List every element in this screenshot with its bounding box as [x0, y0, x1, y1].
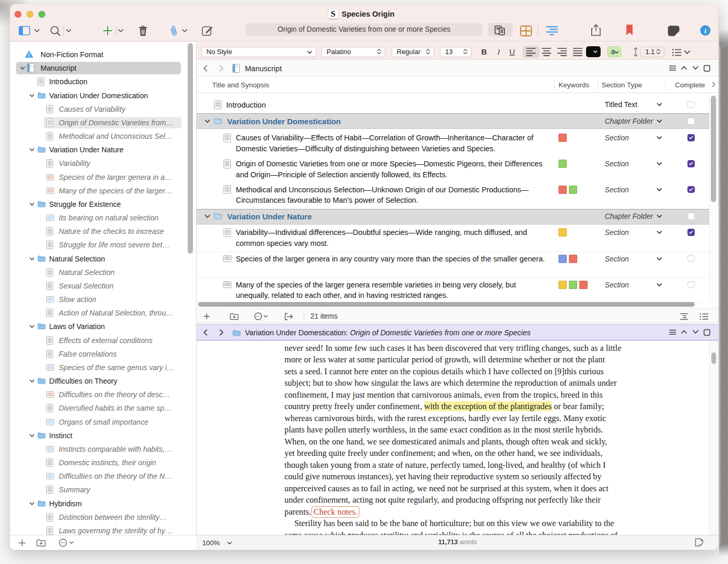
svg-text:i: i [704, 27, 706, 34]
